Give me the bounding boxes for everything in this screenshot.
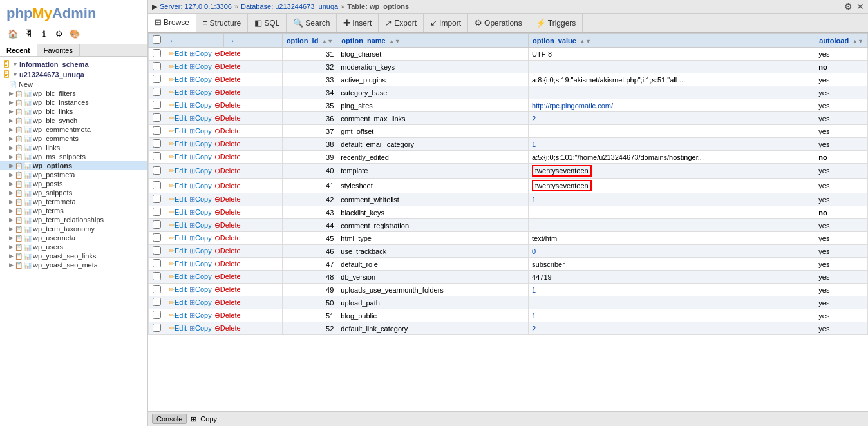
row-checkbox[interactable] xyxy=(153,75,161,83)
toolbar-btn-operations[interactable]: ⚙Operations xyxy=(468,14,529,32)
copy-button[interactable]: Copy xyxy=(195,63,212,70)
delete-button[interactable]: Delete xyxy=(220,127,241,135)
edit-button[interactable]: Edit xyxy=(175,63,187,70)
tree-item-wp-blc-filters[interactable]: ▶📋📊wp_blc_filters xyxy=(0,89,147,98)
th-autoload[interactable]: autoload ▲▼ xyxy=(815,34,868,48)
row-checkbox[interactable] xyxy=(153,195,161,203)
tree-item-wp-options[interactable]: ▶📋📊wp_options xyxy=(0,161,147,170)
delete-button[interactable]: Delete xyxy=(220,167,241,175)
delete-button[interactable]: Delete xyxy=(220,88,241,96)
th-nav-prev[interactable]: ← xyxy=(165,34,224,48)
row-checkbox[interactable] xyxy=(153,324,161,332)
th-nav-next[interactable]: → xyxy=(223,34,282,48)
row-checkbox[interactable] xyxy=(153,166,161,175)
delete-button[interactable]: Delete xyxy=(220,260,241,267)
tree-item-wp-term-taxonomy[interactable]: ▶📋📊wp_term_taxonomy xyxy=(0,224,147,233)
console-button[interactable]: Console xyxy=(152,414,187,424)
edit-button[interactable]: Edit xyxy=(175,260,187,267)
tree-item-wp-postmeta[interactable]: ▶📋📊wp_postmeta xyxy=(0,170,147,179)
tree-item-wp-ms-snippets[interactable]: ▶📋📊wp_ms_snippets xyxy=(0,152,147,161)
toolbar-btn-export[interactable]: ↗Export xyxy=(379,14,424,32)
tab-favorites[interactable]: Favorites xyxy=(37,44,80,56)
copy-button[interactable]: Copy xyxy=(195,88,212,96)
edit-button[interactable]: Edit xyxy=(175,153,187,160)
tree-item-wp-blc-instances[interactable]: ▶📋📊wp_blc_instances xyxy=(0,98,147,107)
copy-button[interactable]: Copy xyxy=(195,324,212,332)
tree-item-wp-users[interactable]: ▶📋📊wp_users xyxy=(0,242,147,251)
delete-button[interactable]: Delete xyxy=(220,273,241,280)
delete-button[interactable]: Delete xyxy=(220,298,241,306)
row-checkbox[interactable] xyxy=(153,311,161,319)
copy-button[interactable]: Copy xyxy=(195,140,212,148)
copy-button[interactable]: Copy xyxy=(195,260,212,267)
row-checkbox[interactable] xyxy=(153,298,161,306)
edit-button[interactable]: Edit xyxy=(175,101,187,109)
copy-button[interactable]: Copy xyxy=(195,247,212,255)
edit-button[interactable]: Edit xyxy=(175,50,187,57)
toolbar-btn-import[interactable]: ↙Import xyxy=(424,14,468,32)
delete-button[interactable]: Delete xyxy=(220,75,241,83)
delete-button[interactable]: Delete xyxy=(220,286,241,293)
edit-button[interactable]: Edit xyxy=(175,311,187,319)
theme-icon[interactable]: 🎨 xyxy=(68,27,81,40)
edit-button[interactable]: Edit xyxy=(175,127,187,135)
tree-item-wp-usermeta[interactable]: ▶📋📊wp_usermeta xyxy=(0,233,147,242)
row-checkbox[interactable] xyxy=(153,101,161,109)
copy-button[interactable]: Copy xyxy=(195,286,212,293)
tree-item-wp-term-relationships[interactable]: ▶📋📊wp_term_relationships xyxy=(0,215,147,224)
delete-button[interactable]: Delete xyxy=(220,247,241,255)
toolbar-btn-browse[interactable]: ⊞Browse xyxy=(148,14,196,32)
delete-button[interactable]: Delete xyxy=(220,101,241,109)
tree-item-wp-posts[interactable]: ▶📋📊wp_posts xyxy=(0,179,147,188)
tab-recent[interactable]: Recent xyxy=(0,44,37,56)
toolbar-btn-sql[interactable]: ◧SQL xyxy=(248,14,287,32)
copy-button[interactable]: Copy xyxy=(195,75,212,83)
delete-button[interactable]: Delete xyxy=(220,63,241,70)
tree-item-wp-commentmeta[interactable]: ▶📋📊wp_commentmeta xyxy=(0,125,147,134)
edit-button[interactable]: Edit xyxy=(175,140,187,148)
row-checkbox[interactable] xyxy=(153,49,161,57)
copy-button[interactable]: Copy xyxy=(195,195,212,203)
tree-item-wp-termmeta[interactable]: ▶📋📊wp_termmeta xyxy=(0,197,147,206)
copy-button[interactable]: Copy xyxy=(195,114,212,122)
tree-item-wp-blc-links[interactable]: ▶📋📊wp_blc_links xyxy=(0,107,147,116)
copy-button[interactable]: Copy xyxy=(195,101,212,109)
row-checkbox[interactable] xyxy=(153,272,161,280)
tree-item-wp-yoast-seo-meta[interactable]: ▶📋📊wp_yoast_seo_meta xyxy=(0,260,147,269)
tree-item-wp-snippets[interactable]: ▶📋📊wp_snippets xyxy=(0,188,147,197)
delete-button[interactable]: Delete xyxy=(220,324,241,332)
tree-item-wp-blc-synch[interactable]: ▶📋📊wp_blc_synch xyxy=(0,116,147,125)
edit-button[interactable]: Edit xyxy=(175,324,187,332)
settings-icon[interactable]: ⚙ xyxy=(53,27,66,40)
edit-button[interactable]: Edit xyxy=(175,234,187,242)
row-checkbox[interactable] xyxy=(153,62,161,70)
copy-button[interactable]: Copy xyxy=(195,273,212,280)
delete-button[interactable]: Delete xyxy=(220,182,241,189)
row-checkbox[interactable] xyxy=(153,126,161,135)
copy-button[interactable]: Copy xyxy=(195,221,212,229)
edit-button[interactable]: Edit xyxy=(175,247,187,255)
row-checkbox[interactable] xyxy=(153,88,161,96)
copy-button[interactable]: Copy xyxy=(195,50,212,57)
delete-button[interactable]: Delete xyxy=(220,140,241,148)
delete-button[interactable]: Delete xyxy=(220,221,241,229)
database-icon[interactable]: 🗄 xyxy=(22,27,35,40)
copy-button[interactable]: Copy xyxy=(195,311,212,319)
tree-item-u213244673-unuqa[interactable]: 🗄▼u213244673_unuqa xyxy=(0,70,147,80)
edit-button[interactable]: Edit xyxy=(175,208,187,216)
row-checkbox[interactable] xyxy=(153,152,161,160)
row-checkbox[interactable] xyxy=(153,113,161,122)
select-all-checkbox[interactable] xyxy=(153,35,161,44)
tree-item-new[interactable]: 📄New xyxy=(0,80,147,89)
tree-item-wp-terms[interactable]: ▶📋📊wp_terms xyxy=(0,206,147,215)
copy-button[interactable]: Copy xyxy=(195,234,212,242)
delete-button[interactable]: Delete xyxy=(220,311,241,319)
row-checkbox[interactable] xyxy=(153,181,161,189)
delete-button[interactable]: Delete xyxy=(220,208,241,216)
copy-button[interactable]: Copy xyxy=(195,298,212,306)
toolbar-btn-insert[interactable]: ✚Insert xyxy=(337,14,379,32)
row-checkbox[interactable] xyxy=(153,259,161,267)
row-checkbox[interactable] xyxy=(153,233,161,242)
edit-button[interactable]: Edit xyxy=(175,221,187,229)
edit-button[interactable]: Edit xyxy=(175,88,187,96)
